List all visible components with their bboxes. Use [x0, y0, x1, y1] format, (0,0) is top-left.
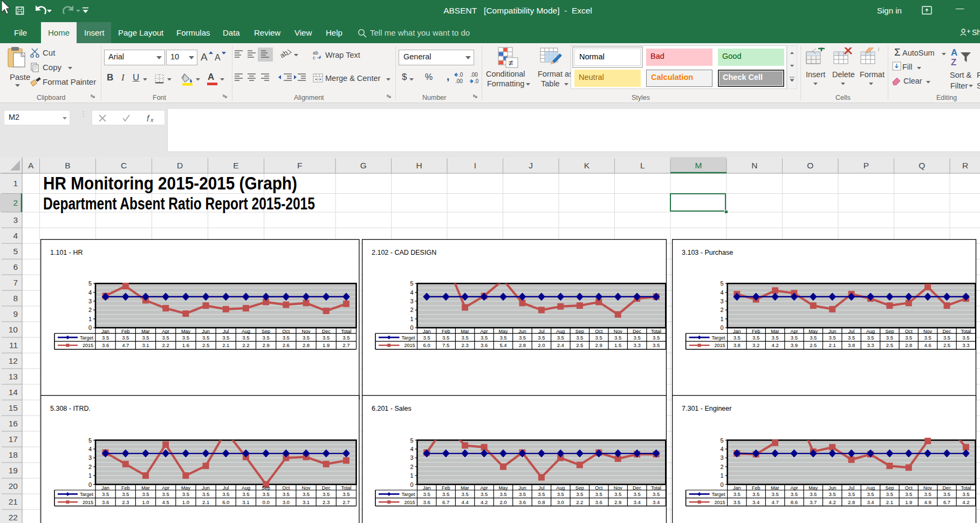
svg-text:3.5: 3.5 [943, 491, 950, 497]
svg-text:2: 2 [410, 307, 413, 314]
svg-text:8.6: 8.6 [791, 499, 798, 505]
svg-text:I: I [474, 161, 476, 170]
svg-text:3.5: 3.5 [242, 335, 249, 341]
svg-text:P: P [864, 161, 869, 170]
svg-text:Aug: Aug [241, 329, 250, 334]
svg-text:3.5: 3.5 [423, 335, 430, 341]
svg-text:3.5: 3.5 [302, 491, 309, 497]
svg-text:1: 1 [88, 472, 91, 479]
svg-text:2.2: 2.2 [162, 343, 169, 349]
svg-text:4.5: 4.5 [162, 499, 169, 505]
svg-text:2.9: 2.9 [262, 343, 269, 349]
svg-text:1: 1 [88, 316, 91, 322]
svg-text:Jul: Jul [223, 329, 229, 334]
svg-text:2.5: 2.5 [886, 343, 893, 349]
svg-text:Target: Target [401, 491, 415, 497]
svg-text:3.5: 3.5 [867, 491, 874, 497]
svg-text:4: 4 [88, 445, 91, 452]
svg-text:3.5: 3.5 [518, 335, 525, 341]
svg-text:15: 15 [9, 403, 18, 412]
svg-text:3.5: 3.5 [886, 335, 893, 341]
svg-text:Apr: Apr [480, 485, 488, 490]
svg-text:18: 18 [9, 450, 18, 459]
svg-text:May: May [498, 485, 508, 490]
svg-text:4: 4 [410, 289, 413, 296]
svg-text:Jan: Jan [733, 329, 741, 334]
svg-text:≠: ≠ [509, 58, 513, 67]
svg-text:Oct: Oct [905, 329, 913, 334]
svg-text:Apr: Apr [162, 329, 169, 334]
svg-text:3.5: 3.5 [480, 491, 487, 497]
svg-text:2015: 2015 [715, 499, 725, 505]
svg-text:3.5: 3.5 [518, 491, 525, 497]
svg-text:3.5: 3.5 [924, 491, 931, 497]
svg-text:3.5: 3.5 [810, 491, 817, 497]
svg-text:1: 1 [13, 179, 18, 188]
svg-text:Dec: Dec [321, 485, 331, 490]
svg-text:3.5: 3.5 [848, 491, 855, 497]
svg-text:Oct: Oct [595, 329, 603, 334]
svg-text:3.2: 3.2 [752, 343, 759, 349]
svg-text:2015: 2015 [82, 499, 93, 505]
svg-text:13: 13 [9, 372, 18, 381]
svg-text:3.0: 3.0 [557, 499, 564, 505]
svg-text:Jan: Jan [422, 485, 430, 490]
svg-text:Nov: Nov [301, 329, 311, 334]
svg-text:2.7: 2.7 [342, 499, 349, 505]
svg-text:5: 5 [88, 437, 91, 443]
svg-text:3.5: 3.5 [557, 491, 564, 497]
svg-text:Apr: Apr [791, 329, 798, 334]
svg-text:3.5: 3.5 [633, 491, 640, 497]
svg-text:3.5: 3.5 [101, 491, 108, 497]
svg-text:2.5: 2.5 [202, 343, 209, 349]
svg-text:3.7: 3.7 [810, 499, 817, 505]
svg-text:3: 3 [721, 298, 724, 304]
svg-text:Feb: Feb [121, 329, 130, 334]
svg-text:3.5: 3.5 [262, 335, 269, 341]
svg-text:3.6: 3.6 [101, 343, 108, 349]
svg-text:Nov: Nov [613, 329, 622, 334]
svg-text:Jul: Jul [223, 485, 229, 490]
svg-text:1.9: 1.9 [323, 343, 330, 349]
svg-text:1: 1 [721, 472, 724, 479]
svg-text:3.5: 3.5 [282, 335, 289, 341]
svg-text:3.5: 3.5 [538, 335, 545, 341]
svg-text:1.6: 1.6 [182, 343, 189, 349]
svg-text:12: 12 [9, 356, 18, 365]
svg-text:3.103 - Purchase: 3.103 - Purchase [682, 249, 733, 256]
svg-text:3.3: 3.3 [633, 343, 640, 349]
svg-text:2.4: 2.4 [557, 343, 564, 349]
svg-text:Target: Target [712, 491, 726, 497]
svg-text:Apr: Apr [791, 485, 798, 490]
svg-text:3.5: 3.5 [162, 491, 169, 497]
svg-text:4: 4 [721, 289, 724, 296]
svg-text:3.8: 3.8 [734, 343, 741, 349]
svg-text:3.5: 3.5 [323, 335, 330, 341]
svg-text:3.5: 3.5 [538, 491, 545, 497]
svg-text:E: E [233, 161, 238, 170]
svg-text:Sep: Sep [575, 329, 584, 334]
svg-text:6.7: 6.7 [442, 499, 449, 505]
svg-text:3.5: 3.5 [122, 491, 129, 497]
svg-text:4: 4 [13, 231, 18, 240]
svg-text:Target: Target [79, 491, 93, 497]
svg-text:2.7: 2.7 [342, 343, 349, 349]
svg-text:3.5: 3.5 [323, 491, 330, 497]
svg-text:2015: 2015 [715, 343, 725, 349]
svg-text:.0: .0 [458, 72, 463, 78]
svg-text:Dec: Dec [943, 329, 952, 334]
svg-text:3.5: 3.5 [867, 335, 874, 341]
svg-text:4.6: 4.6 [924, 343, 931, 349]
svg-text:6.7: 6.7 [943, 499, 950, 505]
svg-text:4.9: 4.9 [924, 499, 931, 505]
svg-text:Total: Total [341, 485, 351, 490]
svg-text:17: 17 [9, 434, 18, 444]
svg-text:Dec: Dec [633, 329, 642, 334]
svg-text:Aug: Aug [556, 485, 565, 490]
svg-text:22: 22 [9, 513, 18, 522]
svg-text:3.4: 3.4 [652, 499, 659, 505]
svg-text:7: 7 [13, 278, 18, 287]
svg-text:3.5: 3.5 [162, 335, 169, 341]
svg-text:Oct: Oct [595, 485, 603, 490]
svg-text:3.6: 3.6 [518, 499, 525, 505]
